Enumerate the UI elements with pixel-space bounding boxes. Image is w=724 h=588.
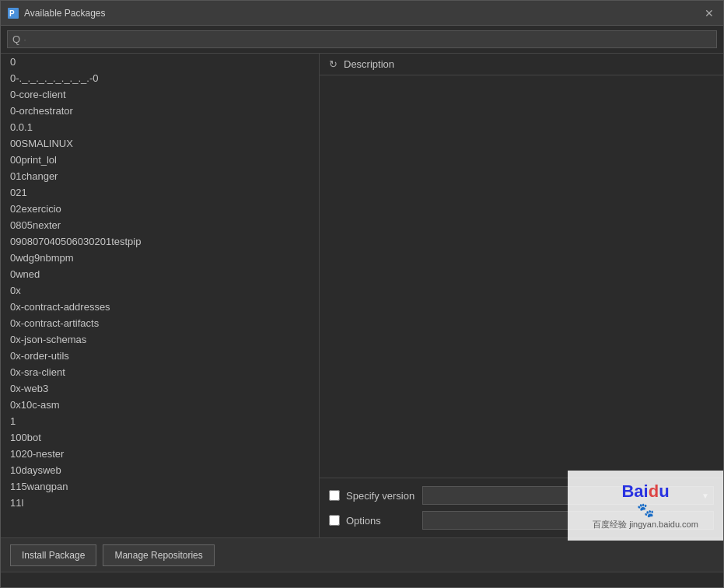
title-bar: P Available Packages ✕: [1, 1, 723, 26]
description-area: [320, 75, 723, 478]
search-separator: ·: [23, 33, 26, 45]
install-package-button[interactable]: Install Package: [10, 544, 96, 566]
package-item[interactable]: 0wned: [1, 266, 319, 282]
package-item[interactable]: 0.0.1: [1, 119, 319, 135]
window-icon: P: [7, 7, 19, 19]
package-item[interactable]: 0-core-client: [1, 86, 319, 103]
package-list-panel: 00-._._._._._._._._.-00-core-client0-orc…: [1, 54, 320, 537]
right-panel: ↻ Description Specify version ▼: [320, 54, 723, 537]
package-item[interactable]: 0x-contract-addresses: [1, 299, 319, 315]
package-item[interactable]: 10daysweb: [1, 462, 319, 478]
package-item[interactable]: 1020-nester: [1, 446, 319, 462]
package-item[interactable]: 01changer: [1, 168, 319, 184]
manage-repositories-button[interactable]: Manage Repositories: [103, 544, 214, 566]
package-item[interactable]: 0x10c-asm: [1, 397, 319, 413]
baidu-subtitle: 百度经验 jingyan.baidu.com: [593, 519, 698, 530]
package-item[interactable]: 0x: [1, 282, 319, 299]
description-label: Description: [344, 58, 394, 70]
baidu-paw-icon: 🐾: [637, 502, 654, 519]
baidu-watermark: Baidu 🐾 百度经验 jingyan.baidu.com: [568, 471, 723, 541]
refresh-icon[interactable]: ↻: [329, 58, 338, 70]
package-item[interactable]: 090807040506030201testpip: [1, 233, 319, 250]
package-item[interactable]: 0wdg9nbmpm: [1, 250, 319, 266]
package-item[interactable]: 11l: [1, 495, 319, 511]
package-item[interactable]: 0-orchestrator: [1, 103, 319, 119]
package-item[interactable]: 0: [1, 54, 319, 70]
package-item[interactable]: 00SMALINUX: [1, 135, 319, 152]
package-item[interactable]: 100bot: [1, 429, 319, 446]
specify-version-label: Specify version: [346, 490, 416, 502]
package-item[interactable]: 021: [1, 184, 319, 201]
specify-version-checkbox[interactable]: [329, 490, 340, 501]
search-prefix: Q: [12, 33, 20, 45]
package-item[interactable]: 00print_lol: [1, 152, 319, 168]
window-title: Available Packages: [24, 8, 701, 19]
options-checkbox[interactable]: [329, 515, 340, 526]
package-item[interactable]: 0x-web3: [1, 380, 319, 397]
main-content: 00-._._._._._._._._.-00-core-client0-orc…: [1, 54, 723, 537]
package-item[interactable]: 115wangpan: [1, 478, 319, 495]
package-item[interactable]: 0x-json-schemas: [1, 331, 319, 348]
close-button[interactable]: ✕: [701, 5, 717, 21]
package-item[interactable]: 0x-order-utils: [1, 348, 319, 364]
package-item[interactable]: 1: [1, 413, 319, 429]
right-panel-header: ↻ Description: [320, 54, 723, 75]
package-item[interactable]: 0x-sra-client: [1, 364, 319, 380]
package-item[interactable]: 02exercicio: [1, 201, 319, 217]
package-item[interactable]: 0805nexter: [1, 217, 319, 233]
package-item[interactable]: 0-._._._._._._._._.-0: [1, 70, 319, 86]
search-wrapper: Q ·: [7, 30, 717, 48]
package-item[interactable]: 0x-contract-artifacts: [1, 315, 319, 331]
options-label: Options: [346, 515, 416, 527]
baidu-logo-text: Baidu: [621, 481, 669, 502]
search-bar: Q ·: [1, 26, 723, 54]
bottom-bar: Install Package Manage Repositories: [1, 537, 723, 572]
search-input[interactable]: [30, 33, 712, 45]
svg-text:P: P: [9, 9, 15, 18]
package-list: 00-._._._._._._._._.-00-core-client0-orc…: [1, 54, 319, 537]
status-bar: [1, 572, 723, 587]
